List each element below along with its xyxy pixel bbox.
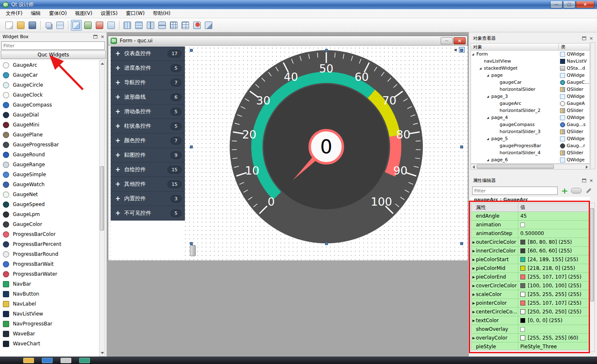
edit-buddies-button[interactable] [94, 20, 105, 31]
property-filter-input[interactable] [472, 187, 558, 195]
expand-arrow-icon[interactable]: ◢ [472, 53, 476, 56]
widget-list-item[interactable]: GaugePlane [0, 130, 100, 140]
open-form-button[interactable] [15, 20, 26, 31]
property-value[interactable]: [218, 218, 0] (255) [528, 265, 575, 271]
close-panel-button[interactable]: × [100, 34, 105, 39]
widget-list-item[interactable]: GaugeNet [0, 189, 100, 199]
property-row[interactable]: ▶ pieColorEnd [255, 107, 107] (255) [471, 273, 589, 281]
maximize-button[interactable]: □ [563, 1, 575, 8]
expand-arrow-icon[interactable]: ▶ [471, 319, 476, 323]
column-header-value[interactable]: 值 [518, 204, 589, 211]
object-tree-row[interactable]: horizontalSlider_4 QSlider [471, 149, 590, 156]
layout-vertical-button[interactable] [133, 20, 144, 31]
widget-list-item[interactable]: GaugeColor [0, 219, 100, 229]
widget-list-item[interactable]: GaugeCar [0, 70, 100, 80]
form-close-button[interactable]: × [454, 37, 466, 44]
selection-handle[interactable] [460, 146, 463, 148]
checkbox[interactable] [520, 327, 525, 332]
property-value[interactable]: [60, 60, 60] (255) [528, 248, 572, 254]
splitter-vertical-button[interactable] [157, 20, 167, 31]
nav-list-item[interactable]: + 内置控件 3 [111, 192, 185, 206]
expand-arrow-icon[interactable]: ▶ [471, 301, 476, 305]
widget-list-item[interactable]: GaugeProgressBar [0, 140, 100, 150]
property-row[interactable]: ▶ overlayColor [255, 255, 255] (60) [471, 334, 589, 342]
expand-arrow-icon[interactable]: ◢ [487, 116, 491, 119]
menu-item[interactable]: 设置(S) [97, 9, 122, 18]
taskbar-app-3[interactable] [61, 358, 71, 363]
horizontal-slider-handle[interactable] [190, 245, 196, 256]
widget-list-item[interactable]: NavListView [0, 309, 100, 319]
widget-list-item[interactable]: WaveChart [0, 339, 100, 349]
taskbar-app-2[interactable] [42, 358, 53, 363]
selection-handle[interactable] [190, 146, 193, 148]
widget-list-item[interactable]: GaugeCircle [0, 80, 100, 90]
property-row[interactable]: animation [471, 221, 589, 229]
property-value[interactable]: [255, 255, 255] (60) [528, 335, 578, 341]
expand-arrow-icon[interactable]: ▶ [471, 284, 476, 288]
menu-item[interactable]: 窗体(O) [45, 9, 71, 18]
scroll-right-icon[interactable] [586, 165, 588, 169]
property-value[interactable]: PieStyle_Three [520, 344, 557, 349]
widget-list-item[interactable]: NavBar [0, 279, 100, 289]
widget-filter-input[interactable] [1, 41, 105, 50]
object-tree-row[interactable]: navListView NavListV [471, 58, 590, 65]
widget-list-item[interactable]: ProgressBarRound [0, 249, 100, 259]
widget-list-scrollbar[interactable] [99, 60, 105, 357]
expand-arrow-icon[interactable]: ▶ [471, 336, 476, 340]
menu-item[interactable]: 窗口(W) [122, 9, 149, 18]
property-row[interactable]: ▶ scaleColor [255, 255, 255] (255) [471, 290, 589, 299]
object-tree-row[interactable]: ◢ page_4 QWidge [471, 114, 590, 121]
break-layout-button[interactable] [192, 20, 202, 31]
selection-handle[interactable] [460, 49, 463, 52]
close-panel-button[interactable]: × [589, 36, 594, 41]
object-tree-row[interactable]: horizontalSlider_3 QSlider [471, 128, 590, 135]
splitter-horizontal-button[interactable] [145, 20, 156, 31]
menu-item[interactable]: 视图(V) [71, 9, 97, 18]
property-row[interactable]: ▶ outerCircleColor [80, 80, 80] (255) [471, 238, 589, 247]
scroll-down-icon[interactable] [101, 352, 104, 354]
object-tree-row[interactable]: gaugeArc GaugeA [471, 100, 590, 107]
layout-horizontal-button[interactable] [122, 20, 133, 31]
widget-list-item[interactable]: GaugeRange [0, 160, 100, 170]
nav-list-item[interactable]: + 颜色控件 7 [111, 133, 185, 148]
cascade-windows-button[interactable] [43, 20, 54, 31]
expand-arrow-icon[interactable]: ▶ [471, 275, 476, 279]
menu-item[interactable]: 文件(F) [2, 9, 27, 18]
scroll-left-icon[interactable] [473, 165, 475, 169]
column-header-class[interactable]: 类 [559, 43, 590, 51]
selection-handle[interactable] [190, 242, 193, 245]
form-titlebar[interactable]: Qt Form - quc.ui — × [108, 36, 467, 46]
selection-handle[interactable] [460, 242, 463, 245]
expand-arrow-icon[interactable]: ▶ [471, 293, 476, 296]
property-value[interactable]: [100, 100, 100] (255) [528, 283, 581, 289]
minimize-button[interactable]: — [550, 1, 563, 8]
adjust-size-button[interactable] [203, 20, 214, 31]
nav-list-item[interactable]: + 导航控件 7 [111, 75, 185, 90]
property-value[interactable]: [80, 80, 80] (255) [528, 239, 572, 245]
widget-list-item[interactable]: NavProgressBar [0, 319, 100, 329]
widget-list-item[interactable]: GaugeWatch [0, 180, 100, 189]
separator[interactable] [39, 20, 42, 31]
widget-list-item[interactable]: NavLabel [0, 299, 100, 309]
configure-icon[interactable] [584, 186, 593, 195]
object-tree-row[interactable]: ◢ stackedWidget QSta...d [471, 65, 590, 72]
form-minimize-button[interactable]: — [441, 37, 453, 44]
close-panel-button[interactable]: × [589, 178, 594, 183]
widget-list-item[interactable]: GaugeDial [0, 110, 100, 120]
property-value[interactable]: [0, 0, 0] (255) [528, 318, 563, 323]
column-header-object[interactable]: 对象 [471, 43, 559, 51]
property-value[interactable]: 45 [520, 213, 527, 219]
taskbar-app-4[interactable] [79, 358, 90, 363]
nav-list-item[interactable]: + 不可见控件 5 [111, 206, 185, 221]
menu-item[interactable]: 帮助(H) [149, 9, 175, 18]
nav-list-item[interactable]: + 自绘控件 15 [111, 163, 185, 177]
property-row[interactable]: ▶ innerCircleColor [60, 60, 60] (255) [471, 247, 589, 255]
object-tree-row[interactable]: ◢ Form QWidge [471, 51, 590, 58]
expand-arrow-icon[interactable]: ▶ [471, 310, 476, 314]
widget-list-item[interactable]: GaugeSpeed [0, 199, 100, 209]
gauge-widget[interactable]: 01020304050607080901000 [230, 50, 423, 243]
expand-arrow-icon[interactable]: ◢ [487, 74, 491, 77]
object-tree-row[interactable]: gaugeCar GaugeC... [471, 79, 590, 86]
widget-list-item[interactable]: NavButton [0, 289, 100, 299]
expand-arrow-icon[interactable]: ▶ [471, 258, 476, 262]
